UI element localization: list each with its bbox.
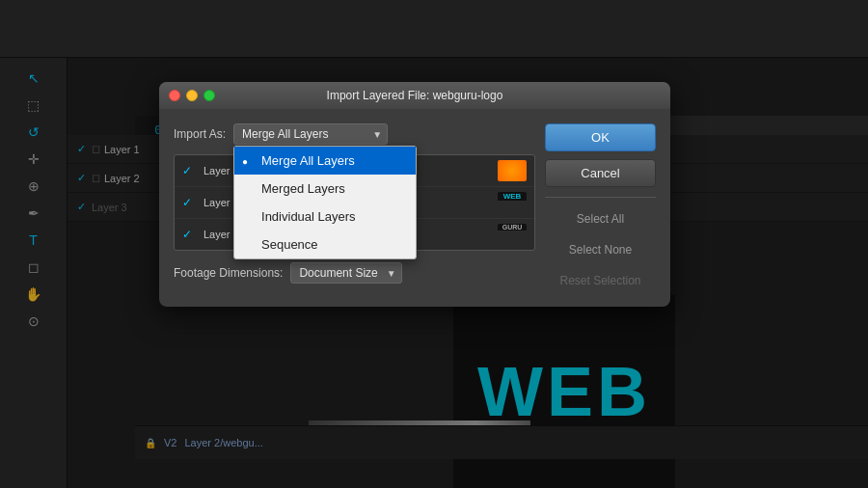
- layer-thumbnail-3: GURU: [498, 224, 527, 245]
- select-all-button[interactable]: Select All: [545, 207, 656, 230]
- import-as-row: Import As: Merge All Layers ▼ ● Merge Al…: [174, 123, 535, 145]
- menu-item-merge-all-layers[interactable]: ● Merge All Layers: [234, 147, 416, 175]
- dialog-body: Import As: Merge All Layers ▼ ● Merge Al…: [159, 109, 670, 307]
- close-button[interactable]: [169, 90, 180, 101]
- import-as-label: Import As:: [174, 127, 226, 141]
- layer-thumbnail-2: WEB: [498, 192, 527, 213]
- select-none-button[interactable]: Select None: [545, 238, 656, 261]
- checkmark-icon: ✓: [182, 196, 196, 209]
- dialog-left-column: Import As: Merge All Layers ▼ ● Merge Al…: [174, 123, 535, 292]
- import-as-dropdown-wrapper: Merge All Layers ▼ ● Merge All Layers Me…: [233, 123, 388, 145]
- footage-dimensions-dropdown-wrapper: Document Size ▼: [290, 262, 401, 284]
- dialog-title: Import Layered File: webguru-logo: [327, 89, 503, 102]
- menu-item-sequence[interactable]: Sequence: [234, 230, 416, 258]
- checkmark-icon: ✓: [182, 164, 196, 177]
- cancel-button[interactable]: Cancel: [545, 159, 656, 187]
- radio-icon: ●: [242, 155, 248, 166]
- reset-selection-button[interactable]: Reset Selection: [545, 269, 656, 292]
- import-as-dropdown[interactable]: Merge All Layers: [233, 123, 388, 145]
- footage-dimensions-row: Footage Dimensions: Document Size ▼: [174, 262, 535, 284]
- checkmark-icon: ✓: [182, 228, 196, 241]
- footage-dimensions-label: Footage Dimensions:: [174, 266, 283, 280]
- footage-dimensions-dropdown[interactable]: Document Size: [290, 262, 401, 284]
- import-layered-file-dialog: Import Layered File: webguru-logo Import…: [159, 82, 670, 307]
- import-as-menu: ● Merge All Layers Merged Layers Individ…: [233, 146, 417, 259]
- layer-thumbnail-1: [498, 160, 527, 181]
- maximize-button[interactable]: [203, 90, 215, 101]
- minimize-button[interactable]: [186, 90, 198, 101]
- dialog-right-column: OK Cancel Select All Select None Reset S…: [545, 123, 656, 292]
- divider: [545, 197, 656, 198]
- menu-item-merged-layers[interactable]: Merged Layers: [234, 175, 416, 203]
- dialog-titlebar: Import Layered File: webguru-logo: [159, 82, 670, 109]
- menu-item-individual-layers[interactable]: Individual Layers: [234, 203, 416, 230]
- ok-button[interactable]: OK: [545, 123, 656, 151]
